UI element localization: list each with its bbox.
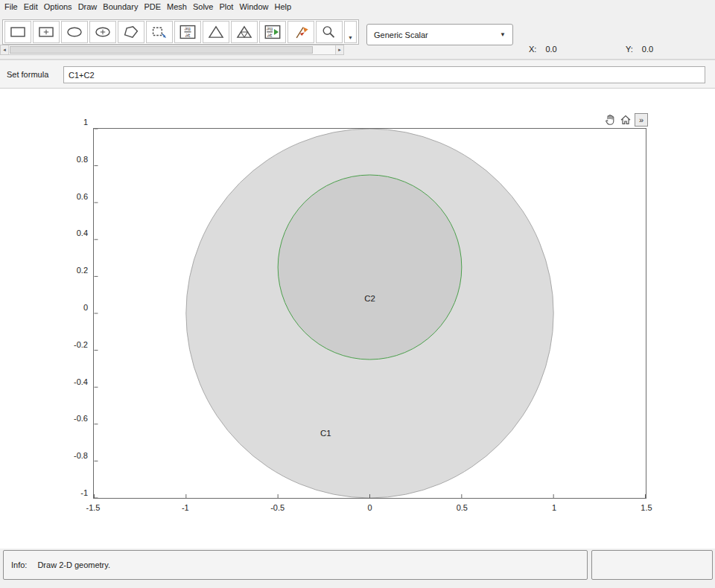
chevron-down-icon: ▼ — [348, 35, 353, 40]
shape-label-C1: C1 — [320, 429, 331, 438]
ellipse-icon — [65, 24, 84, 40]
x-tick-label: 0.5 — [457, 503, 468, 512]
pde-modeler-window: FileEditOptionsDrawBoundaryPDEMeshSolveP… — [0, 0, 715, 588]
status-bar: Info:Draw 2-D geometry. — [0, 549, 715, 588]
x-tick-label: 0 — [367, 503, 372, 512]
draw-ellipse-tool-button[interactable] — [61, 21, 88, 43]
pde-mode-tool-button[interactable]: ∂u ∂t — [174, 21, 201, 43]
geometry-shape-C2[interactable] — [278, 175, 462, 359]
scrollbar-track[interactable] — [9, 45, 335, 54]
x-tick-label: 1 — [552, 503, 556, 512]
menu-solve[interactable]: Solve — [190, 0, 217, 14]
menu-plot[interactable]: Plot — [216, 0, 236, 14]
menu-draw[interactable]: Draw — [75, 0, 101, 14]
menu-boundary[interactable]: Boundary — [100, 0, 141, 14]
svg-text:∂t: ∂t — [267, 32, 273, 39]
plot-axes[interactable]: C1C2 — [93, 128, 646, 499]
set-formula-label: Set formula — [7, 60, 48, 89]
x-tick-label: 1.5 — [641, 503, 652, 512]
y-tick-label: -0.4 — [54, 377, 88, 386]
axes-toolbar: » — [603, 113, 648, 127]
y-tick-label: -0.2 — [54, 340, 88, 349]
geometry-svg: C1C2 — [94, 129, 646, 498]
status-info-message: Draw 2-D geometry. — [37, 560, 110, 569]
y-tick-label: -0.6 — [54, 414, 88, 423]
x-coordinate-readout: X: 0.0 — [529, 45, 557, 54]
expand-chevrons-icon: » — [639, 115, 644, 124]
menu-bar: FileEditOptionsDrawBoundaryPDEMeshSolveP… — [0, 0, 715, 14]
solve-pde-tool-button[interactable]: ∂u ∂t — [259, 21, 286, 43]
y-tick-label: 0.4 — [54, 229, 88, 237]
plot-canvas: » C1C2 -1.5-1-0.500.511.5 10.80.60.40.20… — [0, 89, 715, 549]
x-tick-label: -0.5 — [270, 503, 285, 512]
scrollbar-thumb[interactable] — [10, 46, 313, 54]
draw-rectangle-center-tool-button[interactable] — [33, 21, 60, 43]
y-tick-label: 1 — [54, 118, 88, 127]
draw-rectangle-tool-button[interactable] — [4, 21, 31, 43]
y-tick-label: 0.2 — [54, 266, 88, 275]
rectangle-icon — [8, 24, 28, 40]
refine-mesh-tool-button[interactable] — [231, 21, 258, 43]
y-axis-tick-labels: 10.80.60.40.20-0.2-0.4-0.6-0.8-1 — [54, 123, 88, 493]
y-tick-label: 0 — [54, 303, 88, 312]
scrollbar-left-arrow-icon[interactable]: ◂ — [1, 45, 9, 54]
draw-polygon-tool-button[interactable] — [118, 21, 144, 43]
mesh-triangle-icon — [206, 24, 226, 40]
y-coord-label: Y: — [626, 45, 633, 54]
y-tick-label: -0.8 — [54, 451, 88, 460]
polygon-icon — [121, 24, 141, 40]
toolbar-scrollbar[interactable]: ◂ ▸ — [0, 45, 344, 55]
pde-type-dropdown[interactable]: Generic Scalar ▼ — [366, 24, 513, 45]
y-coord-value: 0.0 — [642, 45, 653, 54]
y-tick-label: 0.8 — [54, 155, 88, 164]
menu-help[interactable]: Help — [272, 0, 295, 14]
pan-hand-icon — [604, 114, 616, 126]
x-tick-label: -1.5 — [86, 503, 101, 512]
menu-edit[interactable]: Edit — [21, 0, 41, 14]
chevron-down-icon: ▼ — [500, 31, 506, 38]
menu-options[interactable]: Options — [41, 0, 75, 14]
menu-mesh[interactable]: Mesh — [164, 0, 190, 14]
status-aux-box — [591, 550, 713, 580]
pde-type-value: Generic Scalar — [374, 31, 428, 39]
menu-file[interactable]: File — [1, 0, 21, 14]
refine-mesh-icon — [235, 24, 254, 40]
rectangle-center-icon — [36, 24, 56, 40]
x-coord-label: X: — [529, 45, 536, 54]
y-tick-label: 0.6 — [54, 192, 88, 201]
formula-bar: Set formula — [0, 60, 715, 89]
mesh-mode-tool-button[interactable] — [203, 21, 229, 43]
shape-label-C2: C2 — [364, 294, 375, 303]
status-info-label: Info: — [11, 560, 27, 569]
pan-button[interactable] — [603, 113, 617, 127]
menu-pde[interactable]: PDE — [141, 0, 164, 14]
plot-solution-icon — [291, 24, 311, 40]
zoom-tool-button[interactable] — [316, 21, 343, 43]
y-coordinate-readout: Y: 0.0 — [626, 45, 653, 54]
set-formula-input[interactable] — [63, 66, 705, 83]
scrollbar-right-arrow-icon[interactable]: ▸ — [335, 45, 343, 54]
x-axis-tick-labels: -1.5-1-0.500.511.5 — [93, 503, 646, 514]
svg-text:∂t: ∂t — [185, 32, 191, 39]
tool-overflow-dropdown-button[interactable]: ▼ — [344, 21, 357, 43]
home-button[interactable] — [619, 113, 632, 127]
pde-equation-icon: ∂u ∂t — [178, 24, 197, 40]
status-info-box: Info:Draw 2-D geometry. — [3, 550, 588, 580]
expand-axes-toolbar-button[interactable]: » — [635, 113, 648, 127]
toolbar: ∂u ∂t ∂u ∂t — [0, 14, 715, 60]
y-tick-label: -1 — [54, 488, 88, 497]
ellipse-center-icon — [93, 24, 112, 40]
magnifier-icon — [320, 24, 339, 40]
plot-solution-tool-button[interactable] — [287, 21, 314, 43]
boundary-mode-tool-button[interactable] — [146, 21, 173, 43]
boundary-mode-icon — [150, 24, 169, 40]
menu-window[interactable]: Window — [236, 0, 271, 14]
tool-strip: ∂u ∂t ∂u ∂t — [2, 19, 359, 45]
x-coord-value: 0.0 — [545, 45, 556, 54]
solve-pde-icon: ∂u ∂t — [263, 24, 282, 40]
draw-ellipse-center-tool-button[interactable] — [89, 21, 116, 43]
home-icon — [620, 114, 632, 126]
x-tick-label: -1 — [182, 503, 189, 512]
